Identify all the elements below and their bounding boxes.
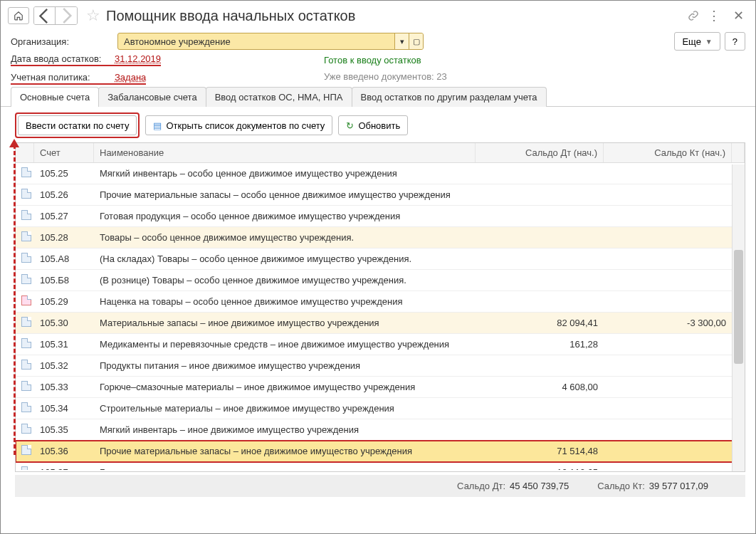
favorite-star-icon[interactable]: ☆ — [86, 6, 100, 25]
footer-cred-label: Сальдо Кт: — [597, 481, 645, 491]
tab-main-accounts[interactable]: Основные счета — [11, 87, 99, 107]
status-ready: Готов к вводу остатков — [324, 55, 447, 66]
cell-debit — [476, 212, 604, 221]
arrow-left-icon — [34, 6, 55, 25]
account-icon — [21, 317, 31, 327]
table-row[interactable]: 105.27Готовая продукция – особо ценное д… — [16, 206, 745, 227]
cell-account: 105.А8 — [34, 249, 94, 268]
table-row[interactable]: 105.26Прочие материальные запасы – особо… — [16, 184, 745, 206]
table-row[interactable]: 105.Б8(В рознице) Товары – особо ценное … — [16, 270, 745, 291]
table-row[interactable]: 105.33Горюче–смазочные материалы – иное … — [16, 377, 745, 398]
cell-account: 105.31 — [34, 335, 94, 354]
cell-name: Прочие материальные запасы – иное движим… — [94, 441, 476, 461]
table-row[interactable]: 105.35Мягкий инвентарь – иное движимое и… — [16, 419, 745, 441]
col-debit[interactable]: Сальдо Дт (нач.) — [476, 143, 604, 162]
scrollbar[interactable] — [732, 164, 745, 471]
cell-name: (На складах) Товары – особо ценное движи… — [94, 249, 476, 268]
enter-balances-button[interactable]: Ввести остатки по счету — [18, 115, 137, 135]
arrow-right-icon — [56, 6, 77, 25]
cell-account: 105.25 — [34, 164, 94, 183]
tab-os-nma[interactable]: Ввод остатков ОС, НМА, НПА — [206, 87, 352, 107]
open-icon[interactable]: ▢ — [409, 33, 423, 49]
cell-credit — [604, 255, 732, 263]
refresh-button[interactable]: ↻ Обновить — [338, 115, 408, 135]
scroll-thumb[interactable] — [734, 250, 743, 364]
cell-credit — [604, 276, 732, 285]
more-button[interactable]: Еще▼ — [674, 32, 720, 51]
cell-credit — [604, 298, 732, 306]
cell-name: Готовая продукция – особо ценное движимо… — [94, 206, 476, 226]
forward-button[interactable] — [56, 7, 77, 24]
cell-account: 105.32 — [34, 356, 94, 375]
account-icon — [21, 210, 31, 220]
cell-debit — [476, 255, 604, 263]
dropdown-icon[interactable]: ▾ — [394, 33, 409, 49]
cell-name: Продукты питания – иное движимое имущест… — [94, 356, 476, 375]
policy-link[interactable]: Задана — [115, 72, 146, 85]
cell-name: Прочие материальные запасы – особо ценно… — [94, 185, 476, 204]
cell-credit — [604, 426, 732, 434]
account-icon — [21, 167, 31, 177]
table-row[interactable]: 105.31Медикаменты и перевязочные средств… — [16, 334, 745, 355]
cell-name: Материальные запасы – иное движимое имущ… — [94, 313, 476, 333]
account-icon — [21, 338, 31, 348]
cell-credit — [604, 340, 732, 349]
cell-credit: -3 300,00 — [604, 313, 732, 333]
cell-account: 105.Б8 — [34, 271, 94, 290]
col-account[interactable]: Счет — [34, 143, 94, 162]
home-button[interactable] — [8, 7, 29, 24]
tab-other[interactable]: Ввод остатков по другим разделам учета — [352, 87, 547, 107]
cell-name: Строительные материалы – иное движимое и… — [94, 399, 476, 418]
account-icon — [21, 445, 31, 455]
table-row[interactable]: 105.34Строительные материалы – иное движ… — [16, 398, 745, 419]
close-button[interactable]: ✕ — [729, 8, 748, 23]
cell-credit — [604, 362, 732, 370]
kebab-menu-icon[interactable]: ⋮ — [703, 8, 725, 23]
cell-account: 105.35 — [34, 420, 94, 439]
cell-name: Мягкий инвентарь – особо ценное движимое… — [94, 164, 476, 183]
cell-name: Мягкий инвентарь – иное движимое имущест… — [94, 420, 476, 439]
table-row[interactable]: 105.32Продукты питания – иное движимое и… — [16, 355, 745, 377]
cell-account: 105.27 — [34, 206, 94, 226]
org-label: Организация: — [11, 36, 110, 47]
back-button[interactable] — [34, 7, 56, 24]
table-row[interactable]: 105.А8(На складах) Товары – особо ценное… — [16, 248, 745, 270]
cell-debit — [476, 276, 604, 285]
account-icon — [21, 274, 31, 284]
help-button[interactable]: ? — [725, 32, 745, 51]
page-title: Помощник ввода начальных остатков — [106, 8, 355, 24]
cell-name: Медикаменты и перевязочные средств – ино… — [94, 335, 476, 354]
cell-name: (В рознице) Товары – особо ценное движим… — [94, 271, 476, 290]
col-name[interactable]: Наименование — [94, 143, 476, 162]
table-row[interactable]: 105.37Готовая продукция – иное движимое … — [16, 462, 745, 470]
account-icon — [21, 381, 31, 391]
table-row[interactable]: 105.25Мягкий инвентарь – особо ценное дв… — [16, 163, 745, 184]
cell-name: Товары – особо ценное движимое имущество… — [94, 228, 476, 247]
chevron-down-icon: ▼ — [705, 38, 713, 46]
cell-name: Горюче–смазочные материалы – иное движим… — [94, 377, 476, 397]
open-doc-list-button[interactable]: ▤ Открыть список документов по счету — [145, 115, 332, 135]
tab-offbalance[interactable]: Забалансовые счета — [98, 87, 206, 107]
refresh-icon: ↻ — [346, 120, 354, 131]
table-row[interactable]: 105.29Наценка на товары – особо ценное д… — [16, 291, 745, 313]
table-row[interactable]: 105.30Материальные запасы – иное движимо… — [16, 313, 745, 334]
status-docs: Уже введено документов: 23 — [324, 71, 447, 82]
account-icon — [21, 402, 31, 412]
document-list-icon: ▤ — [153, 120, 162, 131]
table-row[interactable]: 105.28Товары – особо ценное движимое иму… — [16, 227, 745, 248]
link-icon[interactable] — [688, 10, 699, 21]
cell-account: 105.33 — [34, 377, 94, 397]
annotation-arrow-line — [14, 145, 16, 455]
cell-debit — [476, 404, 604, 413]
account-icon — [21, 466, 31, 470]
table-row[interactable]: 105.36Прочие материальные запасы – иное … — [16, 441, 745, 462]
cell-account: 105.26 — [34, 185, 94, 204]
cell-account: 105.30 — [34, 313, 94, 333]
home-icon — [14, 11, 23, 21]
cell-account: 105.28 — [34, 228, 94, 247]
date-label: Дата ввода остатков: — [11, 53, 115, 66]
org-select[interactable]: Автономное учреждение ▾ ▢ — [117, 33, 424, 50]
cell-debit: 10 110,65 — [476, 463, 604, 470]
date-link[interactable]: 31.12.2019 — [115, 53, 161, 66]
col-credit[interactable]: Сальдо Кт (нач.) — [604, 143, 732, 162]
